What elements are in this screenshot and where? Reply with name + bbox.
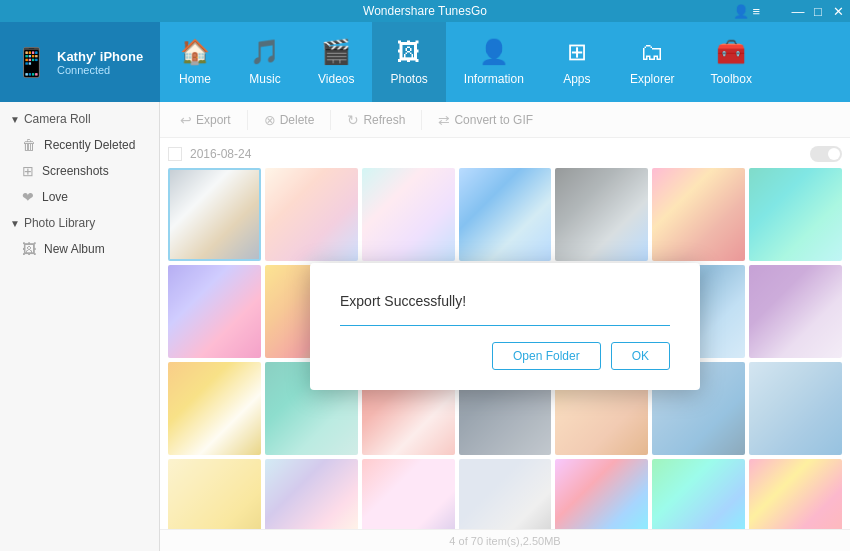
- modal-actions: Open Folder OK: [340, 342, 670, 370]
- sidebar-item-screenshots[interactable]: ⊞ Screenshots: [0, 158, 159, 184]
- new-album-label: New Album: [44, 242, 105, 256]
- explorer-icon: 🗂: [640, 38, 664, 66]
- device-text: Kathy' iPhone Connected: [57, 49, 143, 76]
- photos-icon: 🖼: [397, 38, 421, 66]
- maximize-button[interactable]: □: [810, 4, 826, 19]
- apps-label: Apps: [563, 72, 590, 86]
- user-icon[interactable]: 👤 ≡: [733, 4, 760, 19]
- nav-photos[interactable]: 🖼 Photos: [372, 22, 445, 102]
- trash-icon: 🗑: [22, 137, 36, 153]
- app-title: Wondershare TunesGo: [363, 4, 487, 18]
- nav-videos[interactable]: 🎬 Videos: [300, 22, 372, 102]
- close-button[interactable]: ✕: [830, 4, 846, 19]
- modal-message: Export Successfully!: [340, 293, 670, 326]
- minimize-button[interactable]: —: [790, 4, 806, 19]
- screenshots-label: Screenshots: [42, 164, 109, 178]
- camera-roll-label: Camera Roll: [24, 112, 91, 126]
- explorer-label: Explorer: [630, 72, 675, 86]
- nav-items: 🏠 Home 🎵 Music 🎬 Videos 🖼 Photos 👤 Infor…: [160, 22, 850, 102]
- nav-apps[interactable]: ⊞ Apps: [542, 22, 612, 102]
- apps-icon: ⊞: [567, 38, 587, 66]
- photos-label: Photos: [390, 72, 427, 86]
- photo-library-label: Photo Library: [24, 216, 95, 230]
- videos-label: Videos: [318, 72, 354, 86]
- toolbox-icon: 🧰: [716, 38, 746, 66]
- home-label: Home: [179, 72, 211, 86]
- nav-explorer[interactable]: 🗂 Explorer: [612, 22, 693, 102]
- album-icon: 🖼: [22, 241, 36, 257]
- open-folder-button[interactable]: Open Folder: [492, 342, 601, 370]
- window-controls: — □ ✕: [790, 4, 846, 19]
- sidebar-item-love[interactable]: ❤ Love: [0, 184, 159, 210]
- home-icon: 🏠: [180, 38, 210, 66]
- music-label: Music: [249, 72, 280, 86]
- device-status: Connected: [57, 64, 143, 76]
- sidebar-section-photo-library[interactable]: ▼ Photo Library: [0, 210, 159, 236]
- modal-overlay: Export Successfully! Open Folder OK: [160, 102, 850, 551]
- title-bar: Wondershare TunesGo 👤 ≡ — □ ✕: [0, 0, 850, 22]
- love-icon: ❤: [22, 189, 34, 205]
- content-area: ↩ Export ⊗ Delete ↻ Refresh ⇄ Convert to…: [160, 102, 850, 551]
- modal-dialog: Export Successfully! Open Folder OK: [310, 263, 700, 390]
- music-icon: 🎵: [250, 38, 280, 66]
- love-label: Love: [42, 190, 68, 204]
- photo-library-arrow: ▼: [10, 218, 20, 229]
- nav-music[interactable]: 🎵 Music: [230, 22, 300, 102]
- ok-button[interactable]: OK: [611, 342, 670, 370]
- recently-deleted-label: Recently Deleted: [44, 138, 135, 152]
- information-label: Information: [464, 72, 524, 86]
- device-icon: 📱: [14, 46, 49, 79]
- toolbox-label: Toolbox: [711, 72, 752, 86]
- screenshots-icon: ⊞: [22, 163, 34, 179]
- nav-information[interactable]: 👤 Information: [446, 22, 542, 102]
- nav-toolbox[interactable]: 🧰 Toolbox: [693, 22, 770, 102]
- videos-icon: 🎬: [321, 38, 351, 66]
- camera-roll-arrow: ▼: [10, 114, 20, 125]
- device-info: 📱 Kathy' iPhone Connected: [0, 22, 160, 102]
- sidebar-section-camera-roll[interactable]: ▼ Camera Roll: [0, 106, 159, 132]
- device-name: Kathy' iPhone: [57, 49, 143, 64]
- sidebar: ▼ Camera Roll 🗑 Recently Deleted ⊞ Scree…: [0, 102, 160, 551]
- main-content: ▼ Camera Roll 🗑 Recently Deleted ⊞ Scree…: [0, 102, 850, 551]
- nav-home[interactable]: 🏠 Home: [160, 22, 230, 102]
- sidebar-item-new-album[interactable]: 🖼 New Album: [0, 236, 159, 262]
- information-icon: 👤: [479, 38, 509, 66]
- nav-bar: 📱 Kathy' iPhone Connected 🏠 Home 🎵 Music…: [0, 22, 850, 102]
- sidebar-item-recently-deleted[interactable]: 🗑 Recently Deleted: [0, 132, 159, 158]
